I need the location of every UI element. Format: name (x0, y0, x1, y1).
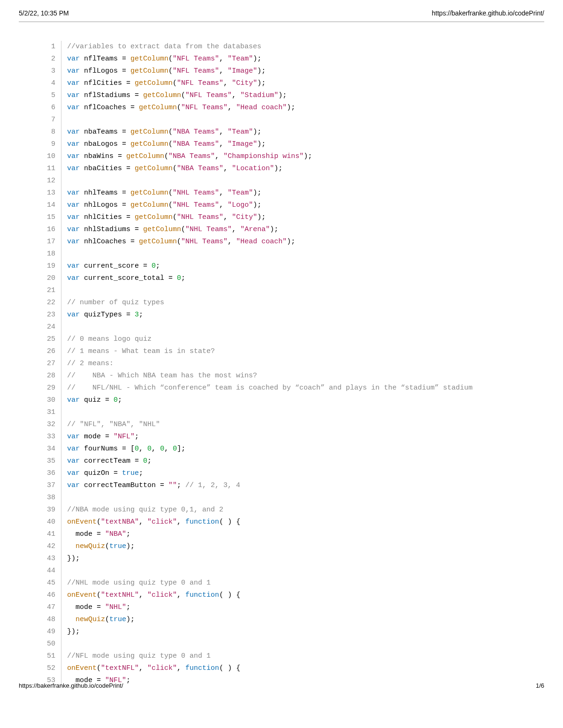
line-number: 8 (47, 126, 55, 138)
line-number-gutter: 1234567891011121314151617181920212223242… (47, 41, 61, 687)
code-token: ]; (177, 445, 185, 453)
code-line (67, 248, 525, 260)
line-number: 38 (47, 492, 55, 504)
code-line (67, 285, 525, 297)
line-number: 51 (47, 650, 55, 662)
code-line (67, 492, 525, 504)
code-token: ); (253, 189, 261, 197)
code-line: // "NFL", "NBA", "NHL" (67, 419, 525, 431)
code-token: ; (181, 274, 185, 282)
code-line: var nflLogos = getColumn("NFL Teams", "I… (67, 65, 525, 77)
line-number: 46 (47, 589, 55, 601)
code-line (67, 321, 525, 333)
code-token: ); (257, 67, 266, 75)
code-token: "NFL" (114, 433, 135, 441)
code-token: ); (253, 128, 261, 136)
code-token: ; (139, 311, 143, 319)
code-token: , (223, 79, 232, 87)
code-line: var nflCoaches = getColumn("NFL Teams", … (67, 102, 525, 114)
code-token: "NHL" (105, 603, 126, 611)
code-line: // NFL/NHL - Which “conference” team is … (67, 382, 525, 394)
code-token (67, 542, 76, 550)
line-number: 16 (47, 224, 55, 236)
line-number: 35 (47, 455, 55, 467)
code-token: true (109, 615, 126, 623)
code-line: //NBA mode using quiz type 0,1, and 2 (67, 504, 525, 516)
code-token: getColumn (143, 91, 181, 99)
line-number: 6 (47, 102, 55, 114)
code-token: nflCoaches = (80, 104, 139, 112)
code-token: nflLogos = (80, 67, 130, 75)
code-token: getColumn (130, 67, 168, 75)
line-number: 26 (47, 345, 55, 358)
code-token: true (122, 469, 139, 477)
code-line: var nflCities = getColumn("NFL Teams", "… (67, 77, 525, 90)
code-token: ( ) { (219, 591, 240, 599)
code-token: ( (168, 189, 173, 197)
code-token: "textNHL" (101, 591, 139, 599)
page: 5/2/22, 10:35 PM https://bakerfranke.git… (0, 0, 563, 696)
line-number: 41 (47, 528, 55, 540)
code-token: , (219, 128, 228, 136)
code-line: //variables to extract data from the dat… (67, 41, 525, 53)
code-token: // "NFL", "NBA", "NHL" (67, 420, 160, 428)
line-number: 5 (47, 90, 55, 102)
code-token: true (109, 542, 126, 550)
line-number: 25 (47, 333, 55, 345)
code-token: ( (168, 140, 173, 148)
code-line: var current_score_total = 0; (67, 272, 525, 285)
code-token: var (67, 238, 80, 246)
code-token: , (215, 152, 223, 160)
code-token: ); (287, 238, 295, 246)
line-number: 49 (47, 626, 55, 638)
code-token: function (185, 518, 219, 526)
code-token: var (67, 274, 80, 282)
line-number: 15 (47, 211, 55, 224)
code-token: , (177, 664, 185, 672)
code-token: "NBA" (105, 530, 126, 538)
code-token: , (139, 445, 147, 453)
code-line: var mode = "NFL"; (67, 431, 525, 443)
code-token: ( (168, 67, 173, 75)
print-header: 5/2/22, 10:35 PM https://bakerfranke.git… (19, 9, 544, 22)
code-token: "NBA Teams" (173, 140, 219, 148)
code-token: , (177, 518, 185, 526)
line-number: 11 (47, 163, 55, 175)
code-token: ( (173, 79, 177, 87)
code-token: onEvent (67, 518, 97, 526)
code-token: ); (270, 225, 278, 233)
code-token: var (67, 165, 80, 173)
code-token: ( (177, 238, 181, 246)
code-token: ); (126, 542, 135, 550)
code-token: ; (139, 469, 143, 477)
line-number: 50 (47, 638, 55, 650)
code-token: ( (105, 542, 109, 550)
code-token: getColumn (126, 152, 164, 160)
code-line: var fourNums = [0, 0, 0, 0]; (67, 443, 525, 455)
line-number: 2 (47, 53, 55, 65)
code-token: var (67, 457, 80, 465)
line-number: 10 (47, 150, 55, 163)
code-token: "NFL Teams" (185, 91, 232, 99)
code-token: current_score = (80, 262, 152, 270)
line-number: 28 (47, 370, 55, 382)
code-line: var nbaWins = getColumn("NBA Teams", "Ch… (67, 150, 525, 163)
line-number: 40 (47, 516, 55, 528)
code-line: var nhlTeams = getColumn("NHL Teams", "T… (67, 187, 525, 199)
code-token: getColumn (139, 238, 177, 246)
code-line: // number of quiz types (67, 297, 525, 309)
code-token: nhlCoaches = (80, 238, 139, 246)
code-token: correctTeam = (80, 457, 143, 465)
code-token: var (67, 481, 80, 489)
code-token: "Image" (228, 67, 257, 75)
code-token: "Head coach" (236, 104, 287, 112)
line-number: 21 (47, 285, 55, 297)
code-token: correctTeamButton = (80, 481, 168, 489)
code-token: }); (67, 555, 80, 563)
code-content: //variables to extract data from the dat… (61, 41, 525, 687)
line-number: 39 (47, 504, 55, 516)
code-line: newQuiz(true); (67, 540, 525, 553)
code-token: mode = (80, 433, 114, 441)
code-token: var (67, 104, 80, 112)
footer-url: https://bakerfranke.github.io/codePrint/ (19, 682, 123, 689)
